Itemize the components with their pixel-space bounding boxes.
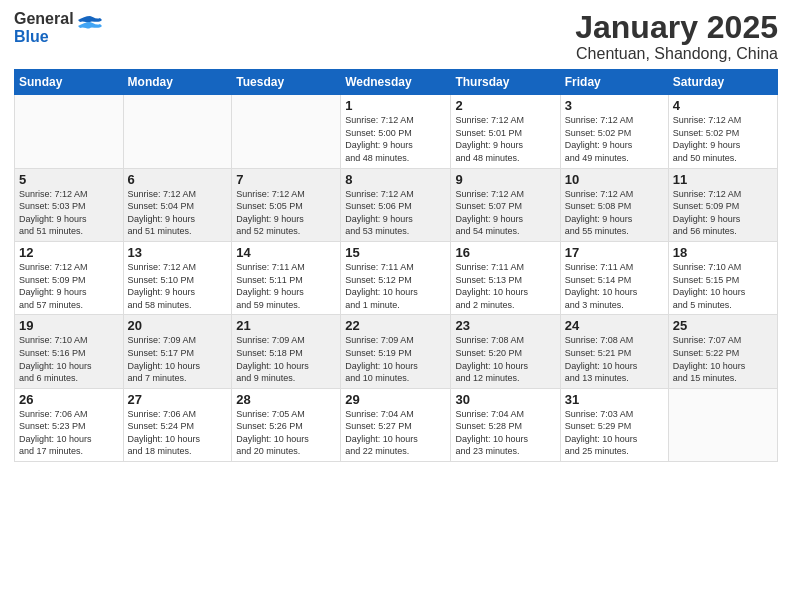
day-info: Sunrise: 7:10 AM Sunset: 5:15 PM Dayligh… [673, 261, 773, 311]
day-info: Sunrise: 7:12 AM Sunset: 5:01 PM Dayligh… [455, 114, 555, 164]
page-container: General Blue January 2025 Chentuan, Shan… [0, 0, 792, 612]
calendar-cell: 27Sunrise: 7:06 AM Sunset: 5:24 PM Dayli… [123, 388, 232, 461]
calendar-cell: 3Sunrise: 7:12 AM Sunset: 5:02 PM Daylig… [560, 95, 668, 168]
day-info: Sunrise: 7:12 AM Sunset: 5:00 PM Dayligh… [345, 114, 446, 164]
day-number: 6 [128, 172, 228, 187]
day-number: 18 [673, 245, 773, 260]
calendar-cell: 30Sunrise: 7:04 AM Sunset: 5:28 PM Dayli… [451, 388, 560, 461]
day-info: Sunrise: 7:11 AM Sunset: 5:14 PM Dayligh… [565, 261, 664, 311]
calendar-cell [668, 388, 777, 461]
calendar-cell: 28Sunrise: 7:05 AM Sunset: 5:26 PM Dayli… [232, 388, 341, 461]
month-title: January 2025 [575, 10, 778, 45]
day-number: 17 [565, 245, 664, 260]
weekday-header-sunday: Sunday [15, 70, 124, 95]
calendar-cell [123, 95, 232, 168]
calendar-cell: 15Sunrise: 7:11 AM Sunset: 5:12 PM Dayli… [341, 241, 451, 314]
day-info: Sunrise: 7:12 AM Sunset: 5:10 PM Dayligh… [128, 261, 228, 311]
logo-general-text: General [14, 10, 74, 28]
day-number: 14 [236, 245, 336, 260]
day-info: Sunrise: 7:07 AM Sunset: 5:22 PM Dayligh… [673, 334, 773, 384]
calendar-cell [15, 95, 124, 168]
day-info: Sunrise: 7:11 AM Sunset: 5:12 PM Dayligh… [345, 261, 446, 311]
calendar-cell: 11Sunrise: 7:12 AM Sunset: 5:09 PM Dayli… [668, 168, 777, 241]
weekday-header-monday: Monday [123, 70, 232, 95]
calendar-cell: 17Sunrise: 7:11 AM Sunset: 5:14 PM Dayli… [560, 241, 668, 314]
day-number: 29 [345, 392, 446, 407]
weekday-header-wednesday: Wednesday [341, 70, 451, 95]
day-info: Sunrise: 7:04 AM Sunset: 5:27 PM Dayligh… [345, 408, 446, 458]
day-info: Sunrise: 7:12 AM Sunset: 5:09 PM Dayligh… [19, 261, 119, 311]
day-number: 3 [565, 98, 664, 113]
day-number: 27 [128, 392, 228, 407]
calendar-cell: 5Sunrise: 7:12 AM Sunset: 5:03 PM Daylig… [15, 168, 124, 241]
logo: General Blue [14, 10, 104, 45]
title-block: January 2025 Chentuan, Shandong, China [575, 10, 778, 63]
day-info: Sunrise: 7:12 AM Sunset: 5:08 PM Dayligh… [565, 188, 664, 238]
day-number: 20 [128, 318, 228, 333]
day-info: Sunrise: 7:12 AM Sunset: 5:03 PM Dayligh… [19, 188, 119, 238]
day-info: Sunrise: 7:12 AM Sunset: 5:02 PM Dayligh… [565, 114, 664, 164]
calendar-week-row: 19Sunrise: 7:10 AM Sunset: 5:16 PM Dayli… [15, 315, 778, 388]
day-number: 30 [455, 392, 555, 407]
day-info: Sunrise: 7:08 AM Sunset: 5:20 PM Dayligh… [455, 334, 555, 384]
header: General Blue January 2025 Chentuan, Shan… [14, 10, 778, 63]
location: Chentuan, Shandong, China [575, 45, 778, 63]
weekday-header-saturday: Saturday [668, 70, 777, 95]
calendar-cell: 2Sunrise: 7:12 AM Sunset: 5:01 PM Daylig… [451, 95, 560, 168]
day-info: Sunrise: 7:08 AM Sunset: 5:21 PM Dayligh… [565, 334, 664, 384]
calendar-cell: 4Sunrise: 7:12 AM Sunset: 5:02 PM Daylig… [668, 95, 777, 168]
day-info: Sunrise: 7:06 AM Sunset: 5:24 PM Dayligh… [128, 408, 228, 458]
calendar-cell: 1Sunrise: 7:12 AM Sunset: 5:00 PM Daylig… [341, 95, 451, 168]
calendar-cell: 16Sunrise: 7:11 AM Sunset: 5:13 PM Dayli… [451, 241, 560, 314]
calendar-cell: 23Sunrise: 7:08 AM Sunset: 5:20 PM Dayli… [451, 315, 560, 388]
calendar-cell: 18Sunrise: 7:10 AM Sunset: 5:15 PM Dayli… [668, 241, 777, 314]
day-info: Sunrise: 7:12 AM Sunset: 5:09 PM Dayligh… [673, 188, 773, 238]
calendar-week-row: 12Sunrise: 7:12 AM Sunset: 5:09 PM Dayli… [15, 241, 778, 314]
day-number: 10 [565, 172, 664, 187]
day-number: 9 [455, 172, 555, 187]
day-info: Sunrise: 7:12 AM Sunset: 5:07 PM Dayligh… [455, 188, 555, 238]
day-info: Sunrise: 7:06 AM Sunset: 5:23 PM Dayligh… [19, 408, 119, 458]
day-info: Sunrise: 7:12 AM Sunset: 5:05 PM Dayligh… [236, 188, 336, 238]
calendar-table: SundayMondayTuesdayWednesdayThursdayFrid… [14, 69, 778, 462]
weekday-header-tuesday: Tuesday [232, 70, 341, 95]
day-number: 26 [19, 392, 119, 407]
weekday-header-friday: Friday [560, 70, 668, 95]
day-info: Sunrise: 7:12 AM Sunset: 5:06 PM Dayligh… [345, 188, 446, 238]
calendar-cell: 6Sunrise: 7:12 AM Sunset: 5:04 PM Daylig… [123, 168, 232, 241]
day-info: Sunrise: 7:10 AM Sunset: 5:16 PM Dayligh… [19, 334, 119, 384]
day-number: 13 [128, 245, 228, 260]
day-number: 1 [345, 98, 446, 113]
calendar-cell: 12Sunrise: 7:12 AM Sunset: 5:09 PM Dayli… [15, 241, 124, 314]
weekday-header-thursday: Thursday [451, 70, 560, 95]
calendar-cell: 26Sunrise: 7:06 AM Sunset: 5:23 PM Dayli… [15, 388, 124, 461]
day-number: 23 [455, 318, 555, 333]
day-number: 25 [673, 318, 773, 333]
logo-wave-icon [76, 12, 104, 40]
day-number: 12 [19, 245, 119, 260]
calendar-cell: 29Sunrise: 7:04 AM Sunset: 5:27 PM Dayli… [341, 388, 451, 461]
calendar-cell: 8Sunrise: 7:12 AM Sunset: 5:06 PM Daylig… [341, 168, 451, 241]
day-info: Sunrise: 7:09 AM Sunset: 5:19 PM Dayligh… [345, 334, 446, 384]
calendar-cell [232, 95, 341, 168]
day-number: 24 [565, 318, 664, 333]
calendar-cell: 31Sunrise: 7:03 AM Sunset: 5:29 PM Dayli… [560, 388, 668, 461]
calendar-cell: 24Sunrise: 7:08 AM Sunset: 5:21 PM Dayli… [560, 315, 668, 388]
day-number: 4 [673, 98, 773, 113]
day-info: Sunrise: 7:12 AM Sunset: 5:04 PM Dayligh… [128, 188, 228, 238]
day-number: 5 [19, 172, 119, 187]
calendar-cell: 21Sunrise: 7:09 AM Sunset: 5:18 PM Dayli… [232, 315, 341, 388]
day-number: 22 [345, 318, 446, 333]
day-number: 15 [345, 245, 446, 260]
day-number: 28 [236, 392, 336, 407]
day-number: 8 [345, 172, 446, 187]
calendar-cell: 20Sunrise: 7:09 AM Sunset: 5:17 PM Dayli… [123, 315, 232, 388]
day-number: 31 [565, 392, 664, 407]
calendar-week-row: 5Sunrise: 7:12 AM Sunset: 5:03 PM Daylig… [15, 168, 778, 241]
day-info: Sunrise: 7:11 AM Sunset: 5:13 PM Dayligh… [455, 261, 555, 311]
calendar-cell: 13Sunrise: 7:12 AM Sunset: 5:10 PM Dayli… [123, 241, 232, 314]
day-info: Sunrise: 7:05 AM Sunset: 5:26 PM Dayligh… [236, 408, 336, 458]
calendar-cell: 10Sunrise: 7:12 AM Sunset: 5:08 PM Dayli… [560, 168, 668, 241]
calendar-cell: 7Sunrise: 7:12 AM Sunset: 5:05 PM Daylig… [232, 168, 341, 241]
day-info: Sunrise: 7:11 AM Sunset: 5:11 PM Dayligh… [236, 261, 336, 311]
